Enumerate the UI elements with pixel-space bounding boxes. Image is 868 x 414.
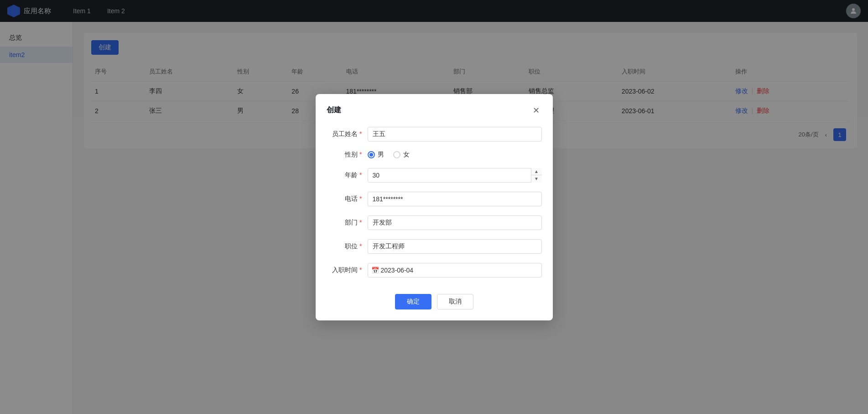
calendar-icon: 📅 [371,267,379,274]
form-row-position: 职位 [327,239,542,254]
confirm-button[interactable]: 确定 [395,294,431,309]
modal: 创建 ✕ 员工姓名 性别 男 女 年龄 [316,94,553,320]
radio-male-circle [368,151,375,158]
modal-overlay[interactable]: 创建 ✕ 员工姓名 性别 男 女 年龄 [0,0,868,414]
form-row-age: 年龄 ▲ ▼ [327,168,542,183]
phone-input[interactable] [368,192,542,206]
form-row-phone: 电话 [327,192,542,206]
age-increment[interactable]: ▲ [531,168,542,176]
gender-label: 性别 [327,151,368,159]
modal-header: 创建 ✕ [327,105,542,116]
phone-label: 电话 [327,195,368,203]
age-label: 年龄 [327,171,368,179]
date-input-wrap: 📅 [368,263,542,278]
form-row-name: 员工姓名 [327,127,542,141]
name-label: 员工姓名 [327,130,368,138]
date-input[interactable] [368,263,542,278]
position-label: 职位 [327,242,368,251]
age-arrows: ▲ ▼ [531,168,542,183]
age-decrement[interactable]: ▼ [531,175,542,183]
date-label: 入职时间 [327,266,368,274]
cancel-button[interactable]: 取消 [437,294,473,309]
form-row-date: 入职时间 📅 [327,263,542,278]
dept-input[interactable] [368,215,542,230]
form-row-dept: 部门 [327,215,542,230]
modal-title: 创建 [327,105,341,115]
modal-footer: 确定 取消 [327,287,542,309]
gender-female-label: 女 [403,151,410,159]
gender-male-label: 男 [378,151,384,159]
form-row-gender: 性别 男 女 [327,151,542,159]
radio-female-circle [393,151,400,158]
position-input[interactable] [368,239,542,254]
age-input[interactable] [368,168,542,183]
modal-close-button[interactable]: ✕ [531,105,542,116]
name-input[interactable] [368,127,542,141]
age-input-wrap: ▲ ▼ [368,168,542,183]
dept-label: 部门 [327,219,368,227]
gender-male-radio[interactable]: 男 [368,151,384,159]
gender-female-radio[interactable]: 女 [393,151,410,159]
gender-radio-group: 男 女 [368,151,542,159]
